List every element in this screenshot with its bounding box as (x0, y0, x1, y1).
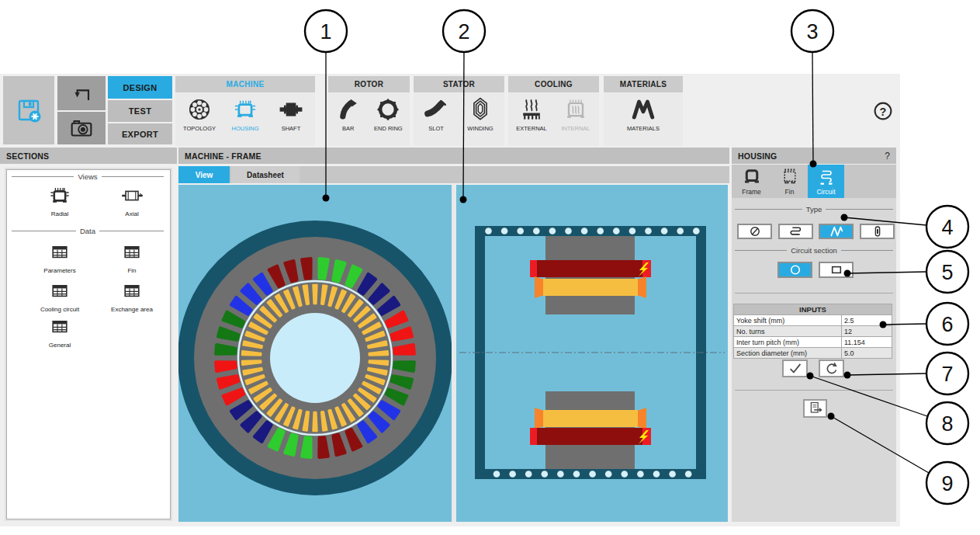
housing-label: HOUSING (231, 125, 258, 132)
no-turns-value[interactable]: 12 (842, 326, 892, 337)
toolbar-item-shaft[interactable]: SHAFT (269, 96, 313, 132)
toolbar-group-cooling: COOLING EXTERNAL (508, 76, 599, 146)
no-circuit-icon (745, 225, 765, 238)
toolbar-item-housing[interactable]: HOUSING (223, 96, 267, 132)
toolbar-item-materials[interactable]: MATERIALS (620, 96, 667, 132)
fin-label: Fin (127, 267, 136, 274)
nav-test-button[interactable]: TEST (108, 100, 172, 122)
camera-icon (67, 113, 96, 143)
toolbar-group-rotor: ROTOR BAR END RING (328, 76, 410, 146)
export-data-button[interactable] (803, 399, 827, 418)
housing-title: HOUSING (738, 151, 777, 161)
toolbar-item-winding[interactable]: WINDING (459, 96, 502, 132)
export-doc-icon (808, 401, 823, 416)
toolbar-group-stator: STATOR SLOT WINDING (414, 76, 504, 146)
tab-view[interactable]: View (178, 166, 230, 183)
tube-type-icon (871, 225, 884, 238)
toolbar-item-external[interactable]: EXTERNAL (511, 96, 552, 132)
axial-viewport[interactable] (456, 185, 728, 522)
radial-label: Radial (51, 210, 69, 217)
nav-export-button[interactable]: EXPORT (108, 123, 172, 144)
wave-type-icon (826, 225, 847, 238)
frame-tab-label: Frame (742, 188, 761, 196)
toolbar-item-topology[interactable]: TOPOLOGY (178, 96, 221, 132)
svg-text:1: 1 (320, 20, 331, 43)
callout-3: 3 (791, 10, 833, 52)
nav-design-label: DESIGN (123, 83, 158, 92)
bar-icon (334, 96, 362, 123)
sections-panel-header: SECTIONS (0, 148, 177, 164)
housing-help-icon[interactable]: ? (885, 151, 890, 162)
materials-group-title: MATERIALS (604, 76, 683, 92)
yoke-shift-value[interactable]: 2.5 (842, 315, 892, 326)
winding-icon (466, 96, 494, 123)
cooling-group-title: COOLING (508, 76, 599, 92)
circuit-type-none-button[interactable] (737, 224, 772, 239)
nav-design-button[interactable]: DESIGN (108, 76, 172, 99)
yoke-shift-label: Yoke shift (mm) (734, 315, 842, 326)
check-icon (787, 362, 804, 375)
radial-viewport[interactable] (178, 185, 452, 522)
housing-tab-circuit[interactable]: Circuit (808, 165, 844, 198)
section-item-exchange-area[interactable]: Exchange area (105, 279, 159, 313)
svg-text:4: 4 (941, 216, 953, 239)
sections-panel-body: Views Radial Axial Data Parameters (6, 169, 171, 519)
toolbar-item-bar[interactable]: BAR (330, 96, 367, 132)
slot-label: SLOT (428, 125, 444, 132)
section-diameter-value[interactable]: 5.0 (842, 348, 892, 359)
external-cooling-icon (518, 96, 545, 123)
housing-tab-fin[interactable]: Fin (771, 165, 808, 198)
inputs-table: INPUTS Yoke shift (mm)2.5 No. turns12 In… (733, 304, 892, 359)
circuit-type-tube-button[interactable] (860, 224, 895, 239)
toolbar-item-endring[interactable]: END RING (368, 96, 408, 132)
section-item-fin[interactable]: Fin (105, 240, 159, 274)
axial-label: Axial (125, 210, 138, 217)
reset-icon (824, 361, 839, 376)
external-label: EXTERNAL (516, 125, 547, 132)
tab-datasheet[interactable]: Datasheet (231, 166, 300, 183)
callout-8: 8 (926, 402, 968, 444)
housing-tab-frame[interactable]: Frame (733, 165, 770, 198)
internal-label: INTERNAL (561, 125, 590, 132)
fin-table-icon (118, 240, 146, 265)
section-circle-button[interactable] (777, 262, 812, 278)
end-ring-label: END RING (374, 125, 403, 132)
section-item-radial[interactable]: Radial (33, 183, 87, 217)
fin-tab-label: Fin (785, 188, 795, 196)
tab-datasheet-label: Datasheet (247, 171, 284, 179)
toolbar-item-slot[interactable]: SLOT (416, 96, 456, 132)
section-item-general[interactable]: General (33, 314, 87, 349)
toolbar-group-machine: MACHINE TOPOLOGY HOUSIN (175, 76, 315, 146)
svg-text:6: 6 (941, 313, 953, 336)
callout-1: 1 (305, 10, 347, 52)
apply-button[interactable] (782, 360, 808, 377)
housing-divider-line-2 (735, 390, 893, 391)
save-button[interactable] (3, 76, 54, 144)
machine-group-title: MACHINE (175, 76, 315, 92)
circuit-type-coil-button[interactable] (778, 224, 813, 239)
help-button[interactable]: ? (871, 99, 895, 123)
internal-cooling-icon (562, 96, 590, 123)
section-item-cooling-circuit[interactable]: Cooling circuit (33, 279, 87, 313)
circuit-type-wave-button[interactable] (819, 224, 854, 239)
toolbar-item-internal[interactable]: INTERNAL (555, 96, 597, 132)
undo-button[interactable] (57, 76, 106, 110)
section-item-parameters[interactable]: Parameters (33, 240, 87, 274)
data-divider: Data (12, 227, 164, 235)
callout-2: 2 (443, 10, 485, 52)
exchange-area-label: Exchange area (111, 306, 153, 313)
table-row: Yoke shift (mm)2.5 (734, 315, 892, 326)
section-square-button[interactable] (819, 262, 854, 278)
main-panel-header: MACHINE - FRAME (178, 148, 729, 164)
general-label: General (49, 342, 71, 349)
reset-button[interactable] (819, 360, 844, 377)
end-ring-icon (374, 96, 402, 123)
housing-divider-line (735, 293, 893, 294)
svg-text:8: 8 (941, 412, 953, 436)
callout-4: 4 (926, 206, 968, 248)
screenshot-button[interactable] (57, 112, 106, 144)
svg-text:?: ? (880, 106, 887, 118)
radial-view-icon (46, 183, 74, 208)
section-item-axial[interactable]: Axial (105, 183, 159, 217)
inter-turn-pitch-value[interactable]: 11.154 (842, 337, 892, 348)
